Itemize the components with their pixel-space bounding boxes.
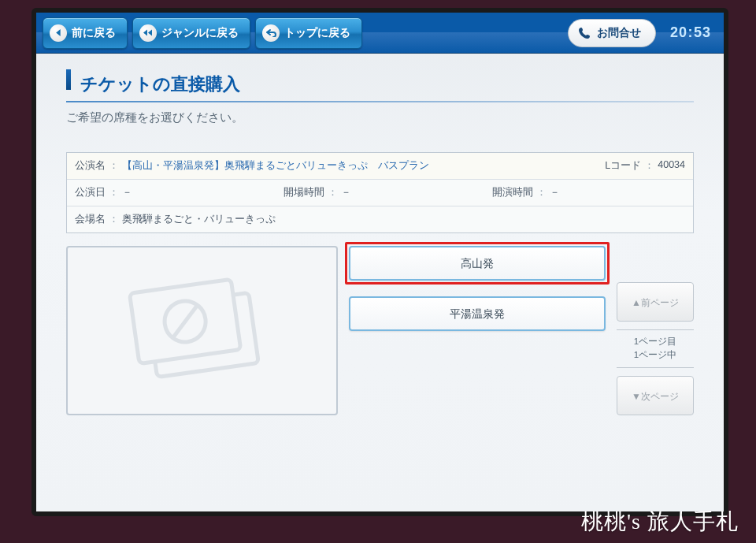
clock-min: 53: [694, 24, 711, 40]
back-button[interactable]: 前に戻る: [43, 17, 128, 49]
event-name-label: 公演名: [75, 159, 106, 173]
date-value: －: [122, 186, 132, 199]
option-takayama[interactable]: 高山発: [349, 246, 606, 281]
body-area: 高山発 平湯温泉発 ▲前ページ 1ページ目 1ページ中 ▼次ページ: [66, 246, 694, 415]
title-accent-bar: [66, 69, 71, 90]
open-value: －: [341, 186, 351, 199]
top-button[interactable]: トップに戻る: [255, 17, 362, 49]
page-current: 1ページ目: [617, 335, 694, 348]
genre-label: ジャンルに戻る: [161, 26, 239, 40]
inquiry-button[interactable]: お問合せ: [568, 19, 656, 47]
inquiry-label: お問合せ: [597, 26, 641, 40]
lcode-label: Lコード: [605, 159, 641, 173]
lcode-value: 40034: [658, 159, 685, 173]
clock-display: 20:53: [670, 24, 711, 41]
back-arrow-icon: [50, 24, 67, 42]
genre-button[interactable]: ジャンルに戻る: [132, 17, 250, 49]
prev-page-button[interactable]: ▲前ページ: [617, 282, 694, 322]
rewind-icon: [139, 24, 157, 42]
date-label: 公演日: [75, 186, 106, 199]
kiosk-screen: 前に戻る ジャンルに戻る トップに戻る お問合せ 20:53 チケットの直接購入: [32, 8, 728, 516]
open-label: 開場時間: [284, 186, 324, 199]
event-image-placeholder: [66, 246, 338, 415]
start-label: 開演時間: [492, 186, 533, 199]
phone-icon: [578, 27, 591, 39]
title-block: チケットの直接購入 ご希望の席種をお選びください。: [36, 54, 724, 133]
seat-options: 高山発 平湯温泉発: [349, 246, 606, 415]
next-page-button[interactable]: ▼次ページ: [617, 376, 694, 415]
pager: ▲前ページ 1ページ目 1ページ中 ▼次ページ: [617, 282, 694, 415]
venue-value: 奥飛騨まるごと・バリューきっぷ: [122, 213, 276, 226]
no-image-icon: [120, 266, 284, 396]
highlight-box: 高山発: [345, 242, 610, 285]
page-subtitle: ご希望の席種をお選びください。: [66, 110, 694, 125]
title-rule: [66, 101, 694, 102]
return-icon: [262, 24, 280, 42]
event-name-value: 【高山・平湯温泉発】奥飛騨まるごとバリューきっぷ バスプラン: [122, 159, 429, 173]
event-info-panel: 公演名 ： 【高山・平湯温泉発】奥飛騨まるごとバリューきっぷ バスプラン Lコー…: [66, 152, 694, 233]
back-label: 前に戻る: [72, 26, 116, 40]
top-label: トップに戻る: [284, 26, 350, 40]
venue-label: 会場名: [75, 213, 106, 226]
option-hirayu[interactable]: 平湯温泉発: [349, 296, 606, 331]
clock-hour: 20: [670, 24, 687, 40]
page-total: 1ページ中: [617, 348, 694, 362]
start-value: －: [550, 186, 560, 199]
page-indicator: 1ページ目 1ページ中: [617, 329, 694, 368]
page-title: チケットの直接購入: [80, 73, 240, 96]
top-nav-bar: 前に戻る ジャンルに戻る トップに戻る お問合せ 20:53: [36, 13, 724, 54]
